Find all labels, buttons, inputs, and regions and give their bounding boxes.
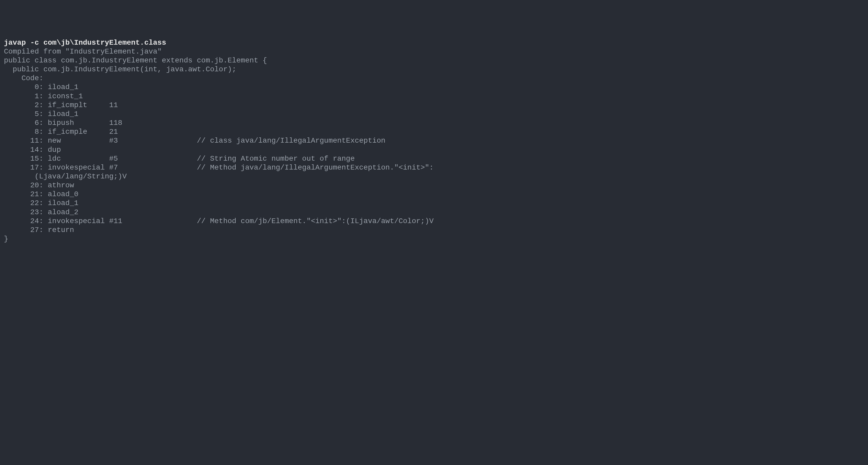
bytecode-instruction: 24: invokespecial #11 // Method com/jb/E… [4,217,864,226]
bytecode-instruction: 20: athrow [4,181,864,190]
bytecode-instruction: 5: iload_1 [4,110,864,119]
bytecode-instruction: 23: aload_2 [4,208,864,217]
command-line: javap -c com\jb\IndustryElement.class [4,38,864,47]
bytecode-instruction: 15: ldc #5 // String Atomic number out o… [4,154,864,163]
bytecode-instruction: 0: iload_1 [4,83,864,92]
bytecode-instruction: 21: aload_0 [4,190,864,199]
closing-brace: } [4,235,864,243]
bytecode-instruction: 14: dup [4,146,864,154]
bytecode-instruction: 6: bipush 118 [4,119,864,127]
bytecode-instruction: 8: if_icmple 21 [4,127,864,136]
bytecode-instruction: (Ljava/lang/String;)V [4,172,864,181]
bytecode-instruction: 27: return [4,226,864,235]
constructor-signature: public com.jb.IndustryElement(int, java.… [4,65,864,74]
terminal-output: javap -c com\jb\IndustryElement.classCom… [4,38,864,244]
compiled-from-line: Compiled from "IndustryElement.java" [4,47,864,56]
bytecode-instruction: 17: invokespecial #7 // Method java/lang… [4,163,864,172]
bytecode-instruction: 22: iload_1 [4,199,864,208]
bytecode-instruction: 2: if_icmplt 11 [4,101,864,110]
bytecode-instruction: 1: iconst_1 [4,92,864,101]
class-declaration: public class com.jb.IndustryElement exte… [4,56,864,65]
code-label: Code: [4,74,864,83]
bytecode-instruction: 11: new #3 // class java/lang/IllegalArg… [4,136,864,145]
